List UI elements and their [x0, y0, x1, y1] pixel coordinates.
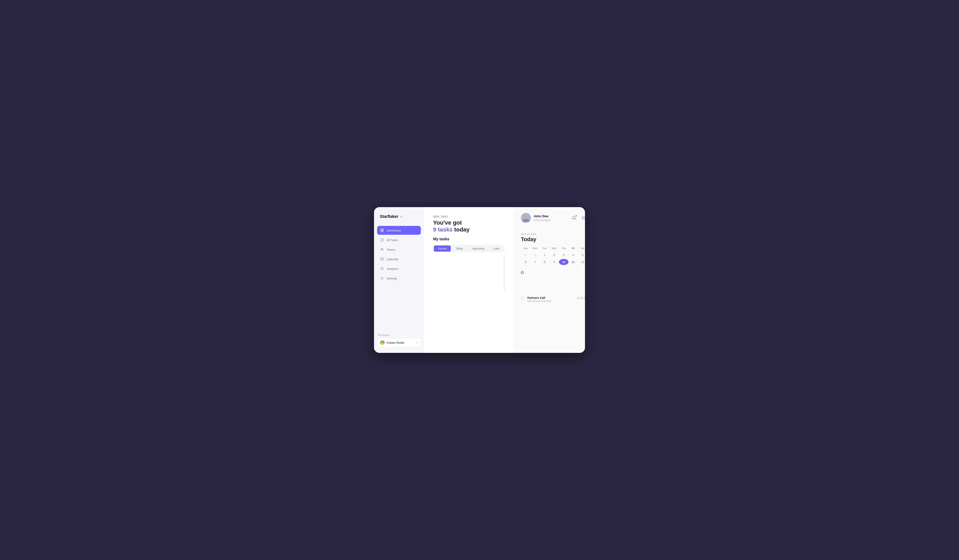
tasks-icon — [380, 238, 384, 242]
right-header: John Doe UI/UX Designer — [514, 207, 585, 228]
calendar-section: April 10, 2021 Today Sun Mon Tue Wed Thu… — [514, 228, 585, 265]
event-description: Duis aenean mi semper — [527, 300, 573, 302]
sidebar-item-label-dashboard: Dashboard — [387, 229, 401, 232]
notification-dot — [576, 215, 577, 216]
sidebar-item-label-tasks: All Tasks — [387, 239, 398, 242]
cal-day-fri: Fri — [569, 246, 578, 250]
workspace-label: Workspace — [377, 334, 421, 336]
cal-date-3[interactable]: 3 — [559, 252, 569, 258]
sidebar-item-all-tasks[interactable]: All Tasks — [377, 235, 421, 244]
event-dot-empty — [521, 297, 524, 299]
calendar-days-header: Sun Mon Tue Wed Thu Fri Sat — [521, 246, 585, 250]
my-tasks-title: My tasks — [433, 237, 505, 241]
calendar-icon — [380, 257, 384, 261]
cal-date-8[interactable]: 8 — [540, 259, 550, 265]
tab-today[interactable]: Today — [451, 245, 467, 251]
cal-date-9[interactable]: 9 — [549, 259, 559, 265]
event-dot-wrap — [521, 296, 524, 299]
sidebar-item-label-settings: Settings — [387, 277, 397, 280]
headline-prefix: You've got — [433, 220, 462, 226]
events-section: Partners Call Duis aenean mi semper 11:0… — [514, 265, 585, 353]
calendar-today-label: Today — [521, 236, 585, 242]
sidebar-item-calendar[interactable]: Calendar — [377, 255, 421, 264]
svg-point-5 — [381, 248, 382, 250]
workspace-selector[interactable]: Createx Studio ▾ — [377, 338, 421, 347]
logo: Starflaker ✓ — [374, 214, 424, 219]
cal-date-6[interactable]: 6 — [521, 259, 530, 265]
tab-later[interactable]: Later — [489, 245, 504, 251]
dashboard-icon — [380, 228, 384, 232]
svg-rect-0 — [381, 229, 382, 230]
cal-date-10-selected[interactable]: 10 — [559, 259, 569, 265]
app-container: Starflaker ✓ Dashboard — [374, 207, 585, 353]
mail-icon — [582, 216, 585, 220]
sidebar-item-settings[interactable]: Settings — [377, 274, 421, 283]
headline-suffix: today — [454, 226, 470, 232]
cal-date-30-prev[interactable]: 30 — [521, 252, 530, 258]
svg-rect-2 — [381, 231, 382, 232]
cal-date-5[interactable]: 5 — [578, 252, 585, 258]
user-details: John Doe UI/UX Designer — [534, 215, 551, 221]
sidebar-item-teams[interactable]: Teams — [377, 245, 421, 254]
messages-button[interactable] — [581, 215, 585, 221]
greeting-text: hello, John! — [433, 215, 505, 218]
app-name: Starflaker — [380, 214, 398, 219]
cal-day-mon: Mon — [530, 246, 540, 250]
sidebar-item-label-analytics: Analytics — [387, 267, 398, 270]
svg-point-9 — [382, 278, 382, 279]
user-name: John Doe — [534, 215, 551, 218]
tab-upcoming[interactable]: Upcoming — [468, 245, 489, 251]
timeline-marker-row — [521, 269, 585, 275]
settings-icon — [380, 276, 384, 280]
chevron-down-icon: ▾ — [417, 341, 418, 344]
cal-day-tue: Tue — [540, 246, 550, 250]
sidebar-item-label-teams: Teams — [387, 248, 395, 251]
svg-rect-4 — [381, 239, 383, 241]
logo-check-icon: ✓ — [400, 214, 403, 219]
cal-date-4[interactable]: 4 — [569, 252, 578, 258]
main-header: hello, John! You've got 9 tasks today — [424, 207, 514, 237]
svg-point-6 — [382, 248, 383, 249]
cal-date-2[interactable]: 2 — [549, 252, 559, 258]
event-timeline: Partners Call Duis aenean mi semper 11:0… — [521, 269, 585, 304]
workspace-section: Workspace Createx Studio ▾ — [374, 334, 424, 347]
calendar-date-label: April 10, 2021 — [521, 232, 585, 235]
workspace-name: Createx Studio — [387, 341, 415, 344]
sidebar-item-label-calendar: Calendar — [387, 258, 398, 261]
tab-recent[interactable]: Recent — [434, 245, 451, 251]
event-title: Partners Call — [527, 296, 573, 299]
task-list-area — [433, 256, 505, 294]
tasks-headline: You've got 9 tasks today — [433, 219, 505, 233]
cal-date-7[interactable]: 7 — [530, 259, 540, 265]
cal-day-sat: Sat — [578, 246, 585, 250]
avatar-image — [521, 213, 531, 223]
cal-date-1[interactable]: 1 — [540, 252, 550, 258]
workspace-icon — [380, 340, 385, 345]
avatar — [521, 213, 531, 223]
calendar-dates: 30 31 1 2 3 4 5 6 7 8 9 10 11 12 — [521, 252, 585, 265]
svg-rect-3 — [382, 231, 384, 232]
analytics-icon — [380, 267, 384, 270]
cal-date-12[interactable]: 12 — [578, 259, 585, 265]
timeline-marker-wrap — [521, 270, 524, 274]
event-time: 11:00 AM — [577, 296, 585, 299]
teams-icon — [380, 248, 384, 251]
sidebar-item-analytics[interactable]: Analytics — [377, 264, 421, 273]
cal-date-31-prev[interactable]: 31 — [530, 252, 540, 258]
sidebar-item-dashboard[interactable]: Dashboard — [377, 226, 421, 235]
svg-rect-1 — [382, 229, 384, 230]
main-content: hello, John! You've got 9 tasks today My… — [424, 207, 514, 353]
tasks-tabs: Recent Today Upcoming Later — [433, 245, 505, 252]
tasks-count: 9 tasks — [433, 226, 452, 232]
user-info: John Doe UI/UX Designer — [521, 213, 551, 223]
calendar-grid: Sun Mon Tue Wed Thu Fri Sat 30 31 1 2 3 … — [521, 246, 585, 265]
header-icons — [570, 215, 585, 221]
notifications-button[interactable] — [570, 215, 578, 221]
event-content: Partners Call Duis aenean mi semper — [527, 296, 573, 302]
event-partners-call[interactable]: Partners Call Duis aenean mi semper 11:0… — [521, 294, 585, 304]
sidebar-nav: Dashboard All Tasks — [374, 226, 424, 330]
cal-day-wed: Wed — [549, 246, 559, 250]
svg-point-11 — [524, 215, 528, 219]
right-panel: John Doe UI/UX Designer — [514, 207, 585, 353]
cal-date-11-today[interactable]: 11 — [569, 259, 578, 265]
